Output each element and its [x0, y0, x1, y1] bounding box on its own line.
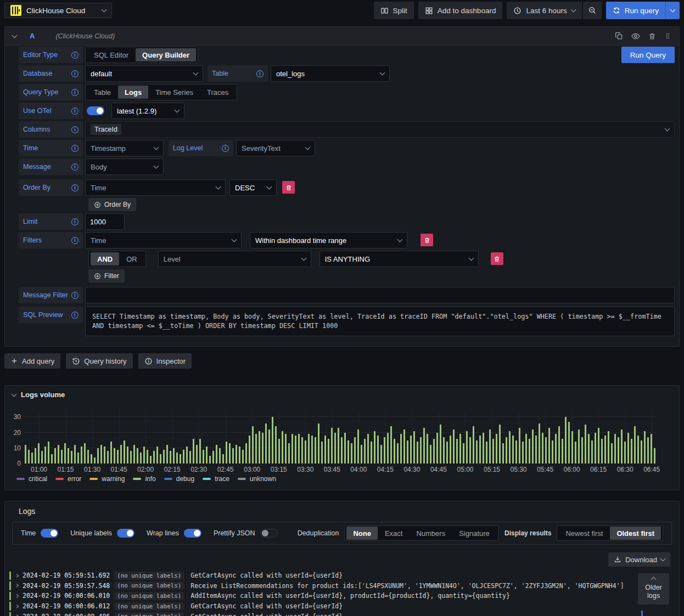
volume-bar	[466, 431, 468, 464]
chevron-right-icon[interactable]	[15, 594, 19, 598]
legend-item-debug[interactable]: debug	[164, 475, 194, 483]
older-logs-button[interactable]: Older logs	[638, 573, 669, 604]
datasource-picker[interactable]: ClickHouse Cloud	[4, 3, 112, 18]
run-query-dropdown-button[interactable]	[665, 2, 680, 19]
radio-option-traces[interactable]: Traces	[200, 86, 235, 99]
legend-item-info[interactable]: info	[133, 475, 155, 483]
add-to-dashboard-button[interactable]: Add to dashboard	[418, 2, 503, 19]
radio-option-none[interactable]: None	[346, 527, 378, 540]
radio-option-signature[interactable]: Signature	[452, 527, 496, 540]
run-query-button[interactable]: Run query	[606, 2, 665, 19]
message-filter-input[interactable]	[85, 287, 675, 303]
filter2-operator-select[interactable]: IS ANYTHING	[319, 251, 479, 267]
duplicate-query-icon[interactable]	[615, 32, 623, 40]
limit-input[interactable]	[85, 213, 125, 230]
order-by-row: Order By Time DESC	[19, 179, 675, 196]
filter-field-select[interactable]: Time	[85, 232, 242, 248]
prettify-json-toggle[interactable]	[260, 529, 278, 538]
log-row[interactable]: 2024-02-19 05:59:57.548(no unique labels…	[9, 581, 679, 591]
drag-handle-icon[interactable]	[664, 32, 671, 39]
order-by-direction-select[interactable]: DESC	[229, 179, 277, 196]
minimap-highlight-bar[interactable]	[641, 611, 643, 616]
time-range-button[interactable]: Last 6 hours	[507, 2, 581, 19]
log-row[interactable]: 2024-02-19 06:00:08.486(no unique labels…	[9, 611, 679, 616]
zoom-out-button[interactable]	[583, 2, 602, 19]
radio-option-table[interactable]: Table	[87, 86, 117, 99]
collapse-chevron-icon[interactable]	[12, 32, 18, 38]
volume-bar	[552, 440, 553, 464]
volume-bar	[44, 447, 46, 464]
time-column-select[interactable]: Timestamp	[85, 140, 164, 156]
volume-bar	[143, 447, 145, 464]
radio-option-logs[interactable]: Logs	[118, 86, 148, 99]
volume-bar	[440, 425, 441, 464]
split-button[interactable]: Split	[374, 2, 414, 19]
radio-option-query-builder[interactable]: Query Builder	[136, 48, 196, 61]
order-by-field-select[interactable]: Time	[85, 179, 226, 196]
collapse-chevron-icon[interactable]	[12, 391, 17, 397]
download-button[interactable]: Download	[608, 552, 670, 567]
legend-item-error[interactable]: error	[55, 475, 81, 483]
volume-bar	[450, 436, 451, 464]
chevron-right-icon[interactable]	[15, 604, 19, 608]
info-icon	[71, 163, 79, 171]
chevron-right-icon[interactable]	[15, 574, 19, 578]
legend-item-warning[interactable]: warning	[89, 475, 125, 483]
legend-item-unknown[interactable]: unknown	[238, 475, 276, 483]
wrap-lines-toggle[interactable]	[184, 529, 201, 538]
log-level-select[interactable]: SeverityText	[236, 140, 315, 156]
chart-plot-area[interactable]	[25, 411, 657, 464]
chevron-right-icon[interactable]	[15, 584, 19, 587]
table-select[interactable]: otel_logs	[271, 65, 390, 82]
remove-filter2-button[interactable]	[491, 252, 503, 265]
legend-label: error	[68, 475, 81, 483]
filter2-field-select[interactable]: Level	[158, 251, 311, 267]
radio-option-newest-first[interactable]: Newest first	[559, 527, 609, 540]
unique-labels-toggle[interactable]	[117, 529, 134, 538]
log-row[interactable]: 2024-02-19 06:00:06.012(no unique labels…	[9, 601, 679, 612]
radio-option-sql-editor[interactable]: SQL Editor	[87, 48, 135, 61]
remove-filter-button[interactable]	[421, 234, 433, 246]
add-filter-button[interactable]: Filter	[88, 269, 125, 282]
log-row[interactable]: 2024-02-19 05:59:51.692(no unique labels…	[9, 570, 679, 581]
radio-option-oldest-first[interactable]: Oldest first	[610, 527, 661, 540]
use-otel-toggle[interactable]	[87, 106, 104, 115]
chart-y-axis: 0102030	[5, 411, 25, 464]
remove-order-by-button[interactable]	[282, 181, 295, 194]
radio-option-or[interactable]: OR	[120, 252, 144, 265]
columns-multiselect[interactable]: TraceId	[85, 121, 675, 138]
add-order-by-button[interactable]: Order By	[88, 198, 136, 211]
query-history-button[interactable]: Query history	[66, 353, 132, 369]
inspector-button[interactable]: Inspector	[138, 353, 192, 369]
log-row[interactable]: 2024-02-19 06:00:06.010(no unique labels…	[9, 591, 679, 601]
clock-icon	[513, 7, 522, 15]
add-query-button[interactable]: Add query	[4, 353, 60, 369]
radio-option-and[interactable]: AND	[91, 252, 119, 265]
volume-bar	[585, 425, 586, 464]
remove-query-trash-icon[interactable]	[648, 32, 656, 40]
logs-volume-header[interactable]: Logs volume	[5, 386, 679, 399]
filter-operator-select[interactable]: Within dashboard time range	[250, 232, 407, 248]
hide-response-eye-icon[interactable]	[631, 32, 640, 41]
message-column-select[interactable]: Body	[85, 159, 164, 175]
legend-item-trace[interactable]: trace	[203, 475, 229, 483]
volume-bar	[242, 450, 244, 464]
radio-option-numbers[interactable]: Numbers	[410, 527, 452, 540]
database-select[interactable]: default	[85, 65, 203, 82]
radio-option-exact[interactable]: Exact	[378, 527, 410, 540]
time-toggle[interactable]	[41, 529, 58, 538]
display-results-group: Newest firstOldest first	[557, 525, 663, 541]
volume-bar	[380, 445, 382, 464]
x-tick-label: 02:30	[190, 466, 207, 473]
radio-option-time-series[interactable]: Time Series	[149, 86, 200, 99]
otel-version-select[interactable]: latest (1.2.9)	[111, 103, 184, 119]
legend-label: info	[145, 475, 155, 483]
volume-bar	[124, 440, 125, 464]
x-tick-label: 04:45	[430, 466, 447, 473]
volume-bar	[581, 437, 583, 464]
legend-item-critical[interactable]: critical	[16, 475, 47, 483]
columns-pill[interactable]: TraceId	[91, 124, 121, 135]
run-query-inline-button[interactable]: Run Query	[621, 47, 675, 63]
message-filter-label: Message Filter	[19, 287, 83, 303]
query-row-header[interactable]: A (ClickHouse Cloud)	[5, 27, 679, 46]
